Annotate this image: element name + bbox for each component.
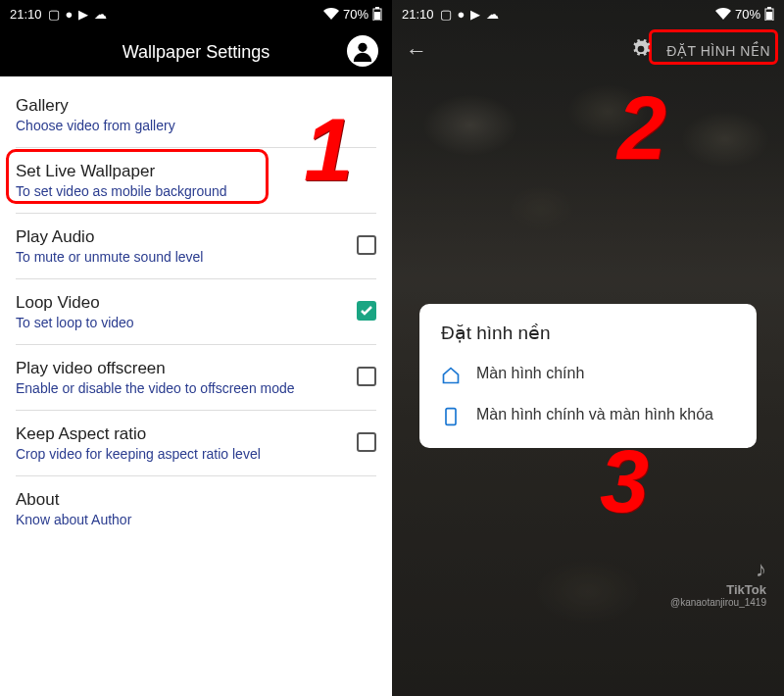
setting-title: Play video offscreen — [16, 359, 347, 378]
dialog-option-text: Màn hình chính và màn hình khóa — [476, 405, 713, 425]
svg-rect-5 — [767, 7, 771, 9]
setting-sub: Crop video for keeping aspect ratio leve… — [16, 446, 347, 462]
home-icon — [441, 366, 461, 385]
status-time: 21:10 — [10, 7, 42, 22]
status-bar: 21:10 ▢ ● ▶ ☁ 70% — [392, 0, 784, 27]
setting-gallery[interactable]: Gallery Choose video from gallery — [16, 82, 376, 148]
youtube-icon: ▶ — [470, 7, 480, 22]
setting-sub: To mute or unmute sound level — [16, 249, 347, 265]
setting-loop-video[interactable]: Loop Video To set loop to video — [16, 279, 376, 345]
cloud-icon: ☁ — [486, 7, 499, 22]
setting-sub: Choose video from gallery — [16, 118, 376, 133]
battery-percent: 70% — [735, 7, 760, 22]
checkbox-play-audio[interactable] — [357, 235, 376, 255]
svg-rect-1 — [375, 7, 379, 9]
back-arrow-icon[interactable]: ← — [406, 38, 427, 64]
setting-sub: To set loop to video — [16, 315, 347, 330]
dot-icon: ● — [66, 7, 74, 22]
setting-sub: To set video as mobile background — [16, 183, 376, 199]
checkbox-offscreen[interactable] — [357, 367, 376, 386]
header-title: Wallpaper Settings — [122, 42, 270, 63]
setting-title: Play Audio — [16, 227, 347, 247]
checkbox-loop-video[interactable] — [357, 301, 376, 321]
image-icon: ▢ — [48, 7, 60, 22]
setting-title: Loop Video — [16, 293, 347, 313]
setting-sub: Enable or disable the video to offscreen… — [16, 380, 347, 396]
settings-list: Gallery Choose video from gallery Set Li… — [0, 76, 392, 541]
setting-sub: Know about Author — [16, 512, 376, 527]
status-time: 21:10 — [402, 7, 434, 22]
dialog-option-text: Màn hình chính — [476, 364, 584, 384]
wifi-icon — [323, 8, 339, 20]
phone-wallpaper-preview: 21:10 ▢ ● ▶ ☁ 70% ← ĐẶT HÌNH NỀN Đặt hìn… — [392, 0, 784, 696]
svg-point-3 — [358, 43, 367, 52]
svg-rect-7 — [446, 409, 456, 425]
tiktok-watermark: ♪ TikTok @kanaotanjirou_1419 — [670, 557, 766, 608]
set-wallpaper-dialog: Đặt hình nền Màn hình chính Màn hình chí… — [419, 304, 757, 448]
setting-title: Keep Aspect ratio — [16, 424, 347, 444]
status-bar: 21:10 ▢ ● ▶ ☁ 70% — [0, 0, 392, 27]
phone-icon — [441, 407, 461, 426]
svg-rect-6 — [766, 12, 772, 20]
cloud-icon: ☁ — [94, 7, 107, 22]
battery-percent: 70% — [343, 7, 368, 22]
tiktok-note-icon: ♪ — [670, 557, 766, 582]
account-avatar[interactable] — [347, 35, 378, 67]
dialog-title: Đặt hình nền — [427, 322, 749, 344]
setting-title: Gallery — [16, 96, 376, 116]
tiktok-brand: TikTok — [670, 582, 766, 597]
svg-rect-2 — [374, 12, 380, 20]
youtube-icon: ▶ — [78, 7, 88, 22]
setting-title: About — [16, 490, 376, 510]
setting-about[interactable]: About Know about Author — [16, 476, 376, 541]
battery-icon — [372, 7, 382, 21]
preview-header: ← ĐẶT HÌNH NỀN — [392, 27, 784, 75]
wifi-icon — [715, 8, 731, 20]
image-icon: ▢ — [440, 7, 452, 22]
setting-aspect-ratio[interactable]: Keep Aspect ratio Crop video for keeping… — [16, 411, 376, 476]
set-wallpaper-button[interactable]: ĐẶT HÌNH NỀN — [666, 43, 770, 59]
checkbox-aspect[interactable] — [357, 432, 376, 452]
battery-icon — [764, 7, 774, 21]
dialog-options: Màn hình chính Màn hình chính và màn hìn… — [427, 354, 749, 436]
dot-icon: ● — [458, 7, 466, 22]
setting-set-live-wallpaper[interactable]: Set Live Wallpaper To set video as mobil… — [16, 148, 376, 214]
gear-icon[interactable] — [631, 39, 651, 63]
setting-play-offscreen[interactable]: Play video offscreen Enable or disable t… — [16, 345, 376, 411]
app-header: Wallpaper Settings — [0, 27, 392, 76]
dialog-option-home-lock[interactable]: Màn hình chính và màn hình khóa — [427, 395, 749, 436]
setting-play-audio[interactable]: Play Audio To mute or unmute sound level — [16, 214, 376, 279]
setting-title: Set Live Wallpaper — [16, 162, 376, 181]
phone-settings-screen: 21:10 ▢ ● ▶ ☁ 70% Wallpaper Settings Gal… — [0, 0, 392, 696]
dialog-option-home[interactable]: Màn hình chính — [427, 354, 749, 395]
tiktok-username: @kanaotanjirou_1419 — [670, 597, 766, 608]
